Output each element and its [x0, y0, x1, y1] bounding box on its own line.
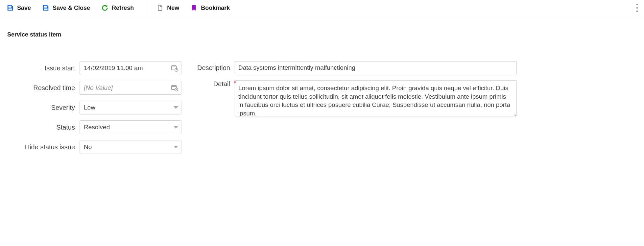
detail-label: Detail * [195, 80, 234, 88]
form-left-column: Issue start Resolved time [7, 61, 181, 160]
svg-rect-1 [44, 6, 45, 7]
file-icon [156, 4, 164, 12]
hide-status-row: Hide status issue [7, 140, 181, 154]
svg-rect-0 [9, 6, 10, 7]
refresh-button[interactable]: Refresh [99, 3, 136, 13]
hide-status-wrap [80, 140, 181, 154]
detail-textarea[interactable] [234, 80, 517, 116]
svg-point-2 [636, 4, 638, 5]
status-select[interactable] [80, 120, 181, 134]
calendar-clock-icon[interactable] [171, 84, 178, 91]
page-body: Service status item Issue start Resolved… [0, 16, 644, 173]
more-actions-button[interactable] [636, 3, 638, 14]
hide-status-select[interactable] [80, 140, 181, 154]
issue-start-label: Issue start [7, 64, 80, 72]
save-icon [7, 4, 14, 12]
svg-point-3 [636, 7, 638, 9]
detail-row: Detail * [195, 80, 637, 116]
severity-row: Severity [7, 101, 181, 114]
calendar-clock-icon[interactable] [171, 64, 178, 72]
chevron-down-icon[interactable] [174, 106, 178, 109]
bookmark-label: Bookmark [201, 5, 230, 12]
issue-start-wrap [80, 61, 181, 75]
severity-select[interactable] [80, 101, 181, 114]
bookmark-icon [190, 4, 198, 12]
description-input[interactable] [234, 61, 517, 74]
form: Issue start Resolved time [7, 61, 637, 160]
form-right-column: Description Detail * [195, 61, 637, 122]
save-label: Save [17, 5, 31, 12]
severity-label: Severity [7, 104, 80, 111]
issue-start-input[interactable] [80, 61, 181, 75]
new-label: New [167, 5, 179, 12]
save-button[interactable]: Save [5, 3, 33, 13]
resolved-time-wrap [80, 81, 181, 95]
chevron-down-icon[interactable] [174, 126, 178, 129]
new-button[interactable]: New [155, 3, 181, 13]
status-wrap [80, 120, 181, 134]
detail-label-text: Detail [213, 80, 230, 87]
resolved-time-row: Resolved time [7, 81, 181, 95]
save-close-icon [42, 4, 49, 12]
issue-start-row: Issue start [7, 61, 181, 75]
description-label: Description [195, 64, 234, 72]
section-title: Service status item [7, 31, 637, 38]
resolved-time-label: Resolved time [7, 84, 80, 92]
status-row: Status [7, 120, 181, 134]
description-row: Description [195, 61, 637, 74]
bookmark-button[interactable]: Bookmark [188, 3, 232, 13]
refresh-label: Refresh [112, 5, 134, 12]
refresh-icon [101, 4, 108, 12]
severity-wrap [80, 101, 181, 114]
required-indicator: * [234, 80, 236, 86]
save-close-label: Save & Close [53, 5, 90, 12]
status-label: Status [7, 124, 80, 131]
toolbar: Save Save & Close Refresh New Bookmark [0, 0, 644, 16]
hide-status-label: Hide status issue [7, 143, 80, 151]
save-close-button[interactable]: Save & Close [40, 3, 92, 13]
svg-point-4 [636, 11, 638, 12]
toolbar-divider [145, 3, 145, 13]
chevron-down-icon[interactable] [174, 146, 178, 148]
kebab-icon [636, 8, 638, 13]
resolved-time-input[interactable] [80, 81, 181, 95]
